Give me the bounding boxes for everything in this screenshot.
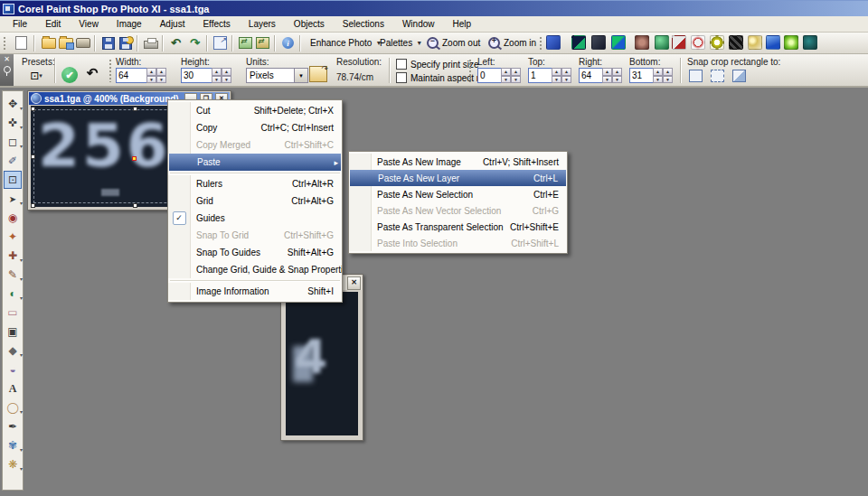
red-eye-tool-button[interactable]: ◉	[4, 209, 22, 227]
picture-tube-tool-button[interactable]: ✾▾	[4, 436, 22, 454]
script-icon-12[interactable]	[766, 35, 780, 50]
flood-fill-tool-button[interactable]: ◆▾	[4, 342, 22, 360]
crop-handle-top-left[interactable]	[31, 107, 35, 111]
menu-help[interactable]: Help	[443, 17, 480, 32]
save-as-icon[interactable]	[117, 34, 134, 51]
specify-print-size-checkbox[interactable]: Specify print size	[396, 59, 479, 70]
height-input[interactable]	[181, 68, 212, 83]
toolbar-drag-handle[interactable]	[108, 59, 112, 82]
submenu-item-paste-as-new-selection[interactable]: Paste As New Selection Ctrl+E	[349, 186, 567, 202]
spin-up-icon[interactable]: ▲	[612, 68, 622, 76]
spin-up-icon[interactable]: ▲	[602, 68, 612, 76]
spin-down-icon[interactable]: ▼	[511, 76, 521, 84]
crop-handle-left-mid[interactable]	[31, 154, 35, 159]
canvas-2[interactable]: 4	[286, 292, 358, 435]
script-icon-9[interactable]	[710, 35, 724, 50]
color-changer-tool-button[interactable]: ◐▾	[4, 285, 22, 303]
spin-down-icon[interactable]: ▼	[552, 76, 561, 84]
right-input[interactable]	[579, 68, 602, 83]
crop-handle-bottom-mid[interactable]	[133, 203, 137, 208]
clone-brush-tool-button[interactable]: ▣	[4, 323, 22, 341]
crop-anchor[interactable]	[132, 156, 137, 161]
script-icon-3[interactable]	[591, 35, 606, 50]
spin-up-icon[interactable]: ▲	[501, 68, 511, 76]
pen-tool-button[interactable]: ✒	[4, 417, 22, 435]
snap-to-selection-icon[interactable]	[711, 70, 724, 82]
scan-icon[interactable]	[74, 34, 91, 51]
menu-view[interactable]: View	[70, 17, 108, 32]
save-icon[interactable]	[99, 34, 117, 51]
menu-item-change-grid-guide-snap-properties[interactable]: Change Grid, Guide & Snap Properties...	[168, 261, 342, 278]
menu-item-snap-to-guides[interactable]: Snap To Guides Shift+Alt+G	[168, 244, 342, 261]
spin-up-icon[interactable]: ▲	[561, 68, 571, 76]
palettes-button[interactable]: Palettes ▼	[374, 34, 428, 51]
print-icon[interactable]	[142, 34, 159, 51]
width-input[interactable]	[116, 68, 146, 83]
top-input[interactable]	[528, 68, 552, 83]
spin-down-icon[interactable]: ▼	[653, 76, 663, 84]
submenu-item-paste-as-new-image[interactable]: Paste As New Image Ctrl+V; Shift+Insert	[349, 154, 567, 170]
menu-file[interactable]: File	[4, 17, 36, 32]
apply-button[interactable]: ✔	[61, 67, 78, 83]
toolbar-drag-handle[interactable]	[468, 59, 472, 82]
spin-down-icon[interactable]: ▼	[156, 76, 166, 84]
presets-dropdown-button[interactable]: ⊡ ▾	[24, 67, 49, 84]
menu-item-image-information[interactable]: Image Information Shift+I	[168, 283, 342, 300]
spin-down-icon[interactable]: ▼	[146, 76, 156, 84]
script-icon-2[interactable]	[571, 35, 586, 50]
zoom-in-button[interactable]: + Zoom in	[483, 34, 542, 51]
script-icon-13[interactable]	[784, 35, 798, 50]
bottom-input[interactable]	[629, 68, 653, 83]
script-icon-4[interactable]	[611, 35, 626, 50]
spin-up-icon[interactable]: ▲	[511, 68, 521, 76]
swap-dimensions-icon[interactable]	[309, 66, 327, 82]
eraser-tool-button[interactable]: ▭	[4, 304, 22, 322]
menu-effects[interactable]: Effects	[193, 17, 239, 32]
menu-edit[interactable]: Edit	[36, 17, 70, 32]
spin-up-icon[interactable]: ▲	[156, 68, 166, 76]
menu-image[interactable]: Image	[108, 17, 151, 32]
crop-handle-bottom-left[interactable]	[31, 203, 35, 208]
spin-down-icon[interactable]: ▼	[501, 76, 511, 84]
menu-item-rulers[interactable]: Rulers Ctrl+Alt+R	[168, 175, 342, 192]
script-icon-1[interactable]	[546, 35, 561, 50]
spin-down-icon[interactable]: ▼	[222, 76, 231, 84]
menu-window[interactable]: Window	[393, 17, 444, 32]
import-icon[interactable]	[254, 34, 271, 51]
makeover-tool-button[interactable]: ✦	[4, 228, 22, 246]
spin-up-icon[interactable]: ▲	[212, 68, 222, 76]
close-button[interactable]: ✕	[347, 276, 361, 290]
menu-adjust[interactable]: Adjust	[151, 17, 194, 32]
capture-icon[interactable]	[237, 34, 254, 51]
new-file-icon[interactable]	[13, 34, 30, 51]
toolbar-drag-handle[interactable]	[3, 36, 6, 51]
submenu-item-paste-as-new-layer[interactable]: Paste As New Layer Ctrl+L	[350, 170, 566, 186]
dropper-tool-button[interactable]: ✐	[4, 152, 22, 170]
cosmetic-brush-tool-button[interactable]: ✚▾	[4, 247, 22, 265]
zoom-out-button[interactable]: − Zoom out	[421, 34, 486, 51]
snap-to-merged-icon[interactable]	[732, 70, 746, 82]
menu-item-grid[interactable]: Grid Ctrl+Alt+G	[168, 192, 342, 210]
script-icon-7[interactable]	[672, 35, 686, 50]
redo-icon[interactable]: ↷	[186, 34, 203, 51]
menu-item-paste[interactable]: Paste ▸	[169, 154, 341, 171]
resize-icon[interactable]	[212, 34, 229, 51]
left-input[interactable]	[477, 68, 501, 83]
menu-item-guides[interactable]: ✓ Guides	[168, 210, 342, 227]
menu-selections[interactable]: Selections	[334, 17, 393, 32]
open-file-icon[interactable]	[40, 34, 57, 51]
menu-item-copy[interactable]: Copy Ctrl+C; Ctrl+Insert	[168, 119, 342, 136]
menu-objects[interactable]: Objects	[285, 17, 334, 32]
script-icon-5[interactable]	[635, 35, 649, 50]
crop-handle-top-mid[interactable]	[133, 107, 137, 111]
spin-up-icon[interactable]: ▲	[653, 68, 663, 76]
units-select[interactable]: Pixels ▼	[246, 68, 308, 83]
pick-tool-button[interactable]: ➤▾	[4, 190, 22, 208]
menu-item-cut[interactable]: Cut Shift+Delete; Ctrl+X	[168, 102, 342, 119]
text-tool-button[interactable]: A	[4, 379, 22, 398]
image-information-icon[interactable]: i	[279, 34, 297, 51]
crop-tool-button[interactable]: ⊡	[4, 171, 22, 189]
spin-down-icon[interactable]: ▼	[663, 76, 673, 84]
snap-to-layer-icon[interactable]	[689, 70, 703, 82]
spin-up-icon[interactable]: ▲	[552, 68, 561, 76]
